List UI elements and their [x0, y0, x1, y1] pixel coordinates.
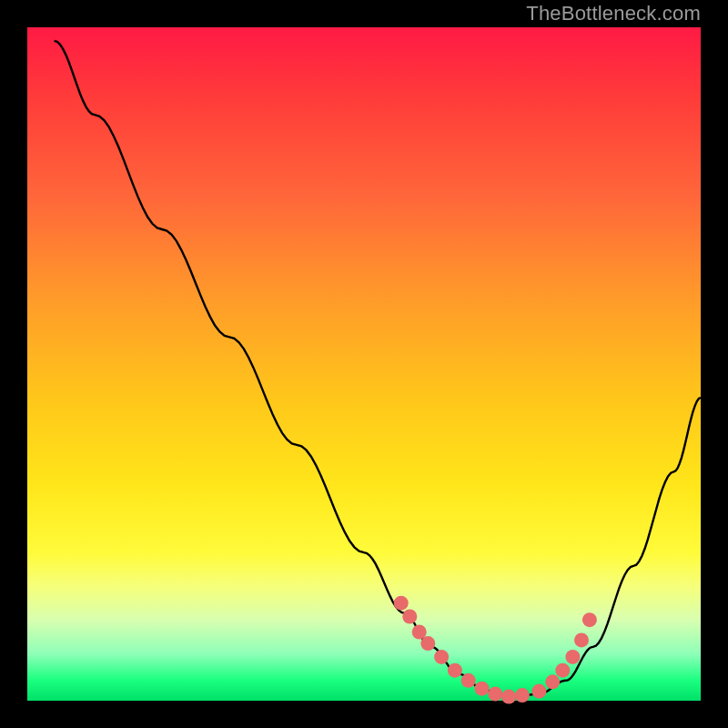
curve-marker — [475, 682, 490, 696]
curve-marker — [448, 663, 462, 678]
curve-marker — [412, 625, 427, 640]
curve-marker — [394, 596, 409, 611]
curve-markers — [394, 596, 597, 704]
curve-marker — [582, 612, 597, 627]
curve-marker — [420, 636, 435, 651]
curve-marker — [545, 674, 560, 689]
curve-marker — [434, 650, 449, 664]
curve-marker — [488, 687, 502, 702]
curve-marker — [531, 684, 546, 699]
watermark-text: TheBottleneck.com — [526, 2, 701, 25]
curve-marker — [574, 632, 589, 647]
curve-marker — [501, 690, 516, 704]
chart-svg — [27, 27, 701, 701]
chart-frame — [27, 27, 701, 701]
curve-marker — [402, 610, 417, 624]
curve-marker — [461, 673, 476, 688]
curve-marker — [565, 650, 580, 664]
curve-marker — [515, 688, 530, 703]
curve-marker — [555, 663, 570, 678]
bottleneck-curve — [55, 41, 701, 698]
